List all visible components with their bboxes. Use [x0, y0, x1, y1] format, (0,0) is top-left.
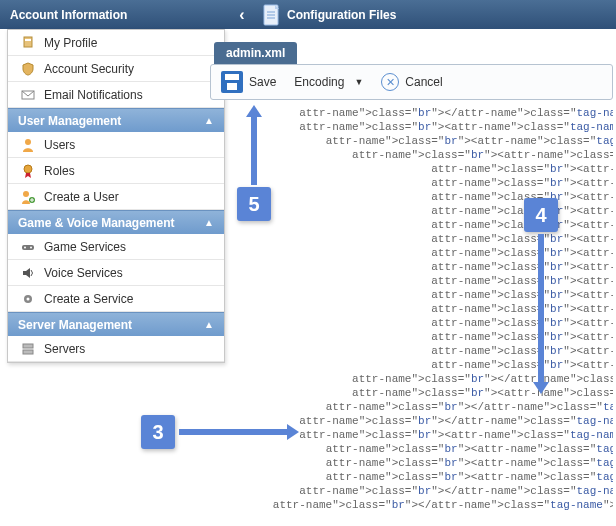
sidebar-section-server-management[interactable]: Server Management ▲	[8, 312, 224, 336]
profile-icon	[20, 35, 36, 51]
sidebar-section-user-management[interactable]: User Management ▲	[8, 108, 224, 132]
sidebar-item-label: Servers	[44, 342, 85, 356]
shield-icon	[20, 61, 36, 77]
sidebar-section-title: User Management	[18, 114, 121, 128]
arrow-up-icon	[251, 115, 257, 185]
svg-rect-17	[23, 350, 33, 354]
gear-icon	[20, 291, 36, 307]
svg-point-15	[27, 297, 30, 300]
mail-icon	[20, 87, 36, 103]
save-button[interactable]: Save	[221, 71, 276, 93]
cancel-label: Cancel	[405, 75, 442, 89]
app-header: Account Information ‹ Configuration File…	[0, 0, 616, 29]
user-icon	[20, 137, 36, 153]
editor-toolbar: Save Encoding ▼ ✕ Cancel	[210, 64, 613, 100]
encoding-dropdown[interactable]: Encoding ▼	[294, 75, 363, 89]
sidebar-item-voice-services[interactable]: Voice Services	[8, 260, 224, 286]
cancel-icon: ✕	[381, 73, 399, 91]
file-tab[interactable]: admin.xml	[214, 42, 297, 64]
sidebar-item-label: Account Security	[44, 62, 134, 76]
sidebar-item-label: Users	[44, 138, 75, 152]
sidebar-item-game-services[interactable]: Game Services	[8, 234, 224, 260]
chevron-down-icon: ▼	[354, 77, 363, 87]
svg-rect-4	[24, 37, 32, 47]
header-title-right: Configuration Files	[287, 8, 396, 22]
medal-icon	[20, 163, 36, 179]
sidebar-item-users[interactable]: Users	[8, 132, 224, 158]
file-icon	[263, 4, 281, 26]
svg-point-7	[25, 139, 31, 145]
arrow-down-icon	[538, 234, 544, 384]
sidebar-item-label: Game Services	[44, 240, 126, 254]
cancel-button[interactable]: ✕ Cancel	[381, 73, 442, 91]
main-panel: admin.xml Save Encoding ▼ ✕ Cancel attr-…	[210, 42, 613, 523]
sidebar-item-my-profile[interactable]: My Profile	[8, 30, 224, 56]
svg-point-13	[30, 246, 32, 248]
sidebar-section-title: Server Management	[18, 318, 132, 332]
file-tab-label: admin.xml	[226, 46, 285, 60]
svg-rect-11	[22, 245, 34, 250]
sidebar-item-create-user[interactable]: Create a User	[8, 184, 224, 210]
callout-badge-5: 5	[237, 187, 271, 221]
sidebar-item-label: Create a User	[44, 190, 119, 204]
sidebar-item-label: Roles	[44, 164, 75, 178]
sidebar-item-account-security[interactable]: Account Security	[8, 56, 224, 82]
sidebar-section-game-voice-management[interactable]: Game & Voice Management ▲	[8, 210, 224, 234]
gamepad-icon	[20, 239, 36, 255]
encoding-label: Encoding	[294, 75, 344, 89]
sidebar-item-label: Voice Services	[44, 266, 123, 280]
save-label: Save	[249, 75, 276, 89]
header-title-left: Account Information	[0, 8, 227, 22]
callout-badge-3: 3	[141, 415, 175, 449]
save-icon	[221, 71, 243, 93]
sidebar-item-label: Create a Service	[44, 292, 133, 306]
speaker-icon	[20, 265, 36, 281]
svg-point-8	[24, 165, 32, 173]
xml-editor[interactable]: attr-name">class="br"></attr-name">class…	[210, 100, 613, 518]
add-user-icon	[20, 189, 36, 205]
svg-point-12	[24, 246, 26, 248]
back-chevron-icon[interactable]: ‹	[227, 6, 257, 24]
sidebar-section-title: Game & Voice Management	[18, 216, 175, 230]
svg-point-9	[23, 191, 29, 197]
sidebar-item-servers[interactable]: Servers	[8, 336, 224, 362]
server-icon	[20, 341, 36, 357]
arrow-right-icon	[179, 429, 289, 435]
sidebar-item-create-service[interactable]: Create a Service	[8, 286, 224, 312]
sidebar-item-label: My Profile	[44, 36, 97, 50]
sidebar: My Profile Account Security Email Notifi…	[7, 29, 225, 363]
svg-rect-16	[23, 344, 33, 348]
sidebar-item-label: Email Notifications	[44, 88, 143, 102]
sidebar-item-roles[interactable]: Roles	[8, 158, 224, 184]
callout-badge-4: 4	[524, 198, 558, 232]
sidebar-item-email-notifications[interactable]: Email Notifications	[8, 82, 224, 108]
svg-rect-5	[25, 39, 31, 41]
